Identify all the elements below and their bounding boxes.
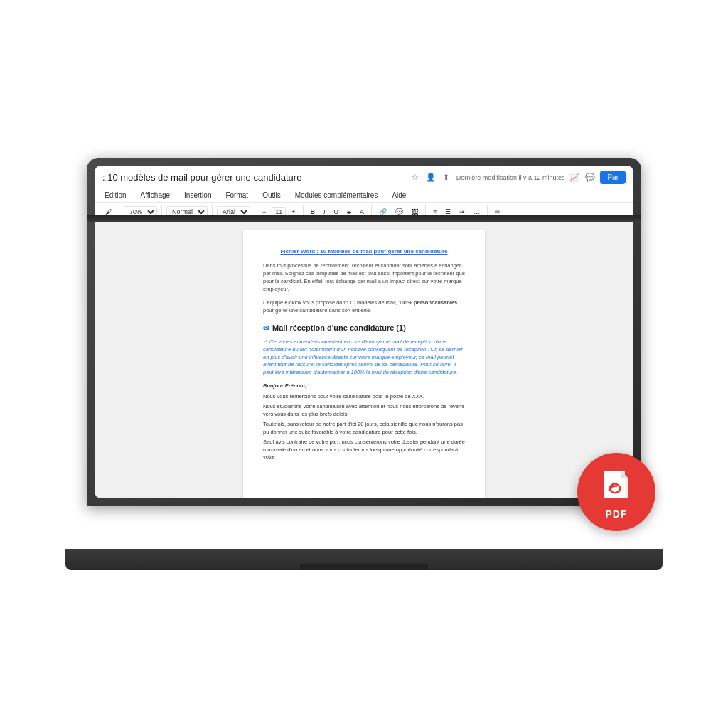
laptop-base bbox=[65, 549, 663, 570]
body-para-1: Nous vous remercions pour votre candidat… bbox=[263, 393, 465, 401]
intro-para-1: Dans tout processus de recrutement, recr… bbox=[263, 262, 465, 294]
laptop: : 10 modèles de mail pour gérer une cand… bbox=[87, 158, 641, 570]
pdf-icon bbox=[597, 465, 636, 511]
body-para-2: Nous étudierons votre candidature avec a… bbox=[263, 403, 465, 418]
comment-icon[interactable]: 💬 bbox=[584, 172, 596, 183]
section-1-title: ✉ Mail réception d'une candidature (1) bbox=[263, 323, 465, 333]
cloud-icon[interactable]: ⬆ bbox=[441, 172, 452, 183]
menu-modules[interactable]: Modules complémentaires bbox=[293, 190, 380, 200]
italic-warning-block: ⚠ Certaines entreprises omettent encore … bbox=[263, 338, 465, 377]
menu-edition[interactable]: Édition bbox=[102, 190, 129, 200]
menu-affichage[interactable]: Affichage bbox=[139, 190, 173, 200]
file-title: Fichier Word : 10 Modèles de mail pour g… bbox=[263, 247, 465, 255]
document-page: Fichier Word : 10 Modèles de mail pour g… bbox=[243, 230, 485, 498]
pdf-badge: PDF bbox=[577, 453, 655, 531]
screen-bezel: : 10 modèles de mail pour gérer une cand… bbox=[87, 158, 641, 506]
star-icon[interactable]: ☆ bbox=[410, 172, 421, 183]
intro-para-2: L'équipe Kicklox vous propose donc 10 mo… bbox=[263, 299, 465, 315]
person-icon[interactable]: 👤 bbox=[425, 172, 437, 183]
main-scene: : 10 modèles de mail pour gérer une cand… bbox=[44, 115, 684, 613]
body-para-3: Toutefois, sans retour de notre part d'i… bbox=[263, 421, 465, 436]
title-bar: : 10 modèles de mail pour gérer une cand… bbox=[95, 166, 633, 188]
trend-icon[interactable]: 📈 bbox=[569, 172, 580, 183]
doc-title: : 10 modèles de mail pour gérer une cand… bbox=[102, 172, 405, 183]
last-modified: Dernière modification il y a 12 minutes bbox=[456, 174, 565, 181]
menu-format[interactable]: Format bbox=[223, 190, 250, 200]
menu-bar: Édition Affichage Insertion Format Outil… bbox=[95, 188, 633, 203]
laptop-hinge bbox=[87, 215, 641, 222]
envelope-icon: ✉ bbox=[263, 323, 269, 333]
greeting-text: Bonjour Prénom, bbox=[263, 382, 465, 390]
menu-aide[interactable]: Aide bbox=[390, 190, 408, 200]
body-para-4: Sauf avis contraire de votre part, nous … bbox=[263, 439, 465, 461]
share-button[interactable]: Par bbox=[600, 171, 626, 184]
title-icons: ☆ 👤 ⬆ bbox=[410, 172, 452, 183]
menu-outils[interactable]: Outils bbox=[260, 190, 283, 200]
document-area: Fichier Word : 10 Modèles de mail pour g… bbox=[95, 222, 633, 498]
menu-insertion[interactable]: Insertion bbox=[182, 190, 213, 200]
